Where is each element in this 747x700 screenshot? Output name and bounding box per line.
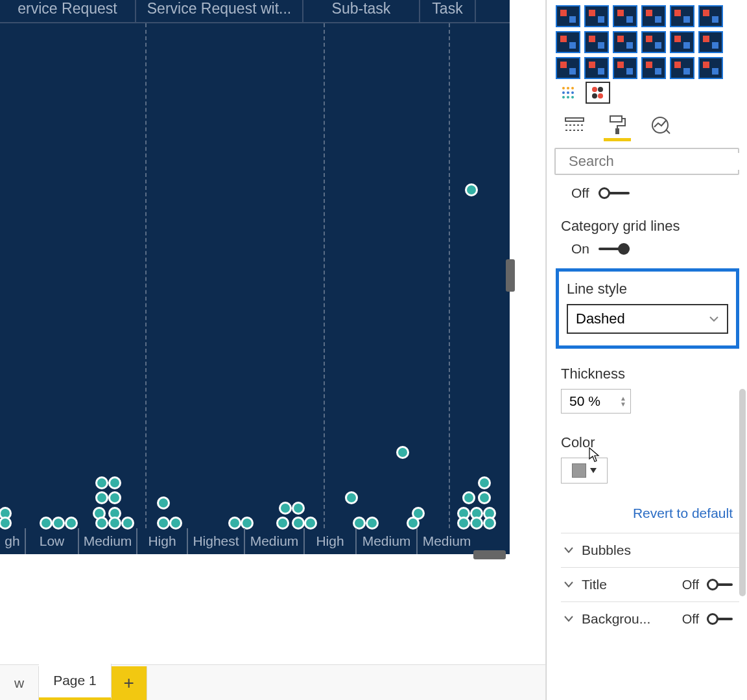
line-style-label: Line style: [567, 281, 728, 298]
viz-type-thumb[interactable]: [556, 57, 580, 79]
data-bubble[interactable]: [292, 502, 305, 515]
data-bubble[interactable]: [95, 476, 108, 489]
data-bubble[interactable]: [345, 491, 358, 504]
svg-rect-7: [610, 116, 622, 122]
panel-scrollbar[interactable]: [739, 389, 746, 596]
data-bubble[interactable]: [279, 502, 292, 515]
viz-type-thumb[interactable]: [641, 57, 666, 79]
analytics-tab[interactable]: [646, 114, 674, 141]
viz-type-thumb[interactable]: [613, 31, 637, 53]
chevron-down-icon: [563, 546, 574, 555]
report-canvas[interactable]: ervice RequestService Request wit...Sub-…: [0, 0, 546, 700]
svg-rect-8: [615, 128, 619, 134]
viz-type-thumb[interactable]: [584, 31, 609, 53]
viz-type-thumb[interactable]: [670, 57, 694, 79]
viz-type-thumb[interactable]: [698, 5, 723, 27]
search-input[interactable]: [569, 153, 747, 170]
resize-handle-right[interactable]: [506, 259, 515, 292]
paint-roller-icon: [608, 115, 626, 135]
section-background-state: Off: [682, 612, 699, 627]
section-background-label: Backgrou...: [582, 611, 650, 627]
section-background[interactable]: Backgrou... Off: [561, 601, 739, 636]
section-background-toggle[interactable]: [707, 612, 733, 625]
viz-gallery: [547, 0, 747, 80]
fields-icon: [565, 117, 584, 134]
svg-point-3: [598, 93, 603, 99]
svg-marker-13: [590, 468, 597, 473]
revert-to-default-link[interactable]: Revert to default: [561, 506, 733, 521]
section-title-state: Off: [682, 578, 699, 592]
viz-type-thumb[interactable]: [641, 31, 666, 53]
color-picker[interactable]: [561, 458, 608, 484]
axis-label: Low: [25, 528, 78, 554]
stepper-arrows-icon[interactable]: ▲▼: [620, 395, 626, 407]
column-header: Service Request wit...: [136, 0, 303, 22]
thickness-value: 50: [569, 393, 584, 409]
section-title[interactable]: Title Off: [561, 567, 739, 601]
data-bubble[interactable]: [465, 183, 478, 196]
page-tab-page1[interactable]: Page 1: [39, 664, 112, 700]
axis-label: gh: [0, 528, 25, 554]
viz-type-thumb[interactable]: [556, 31, 580, 53]
section-bubbles[interactable]: Bubbles: [561, 533, 739, 567]
prev-toggle[interactable]: [599, 187, 630, 200]
viz-type-heatmap[interactable]: [556, 82, 580, 104]
category-gridlines-label: Category grid lines: [561, 218, 739, 235]
data-bubble[interactable]: [478, 491, 491, 504]
svg-point-2: [592, 93, 597, 99]
section-bubbles-label: Bubbles: [582, 542, 631, 558]
add-page-button[interactable]: +: [112, 666, 147, 700]
svg-line-10: [666, 130, 670, 134]
svg-rect-4: [565, 118, 584, 121]
axis-label: Medium: [416, 528, 476, 554]
data-bubble[interactable]: [157, 496, 170, 509]
line-style-dropdown[interactable]: Dashed: [567, 304, 728, 334]
thickness-suffix: %: [588, 393, 600, 409]
viz-type-thumb[interactable]: [613, 57, 637, 79]
viz-type-thumb[interactable]: [670, 31, 694, 53]
column-header: Sub-task: [303, 0, 420, 22]
visualizations-panel: Off Category grid lines On Line style Da…: [546, 0, 747, 700]
format-search[interactable]: [554, 148, 739, 175]
section-title-toggle[interactable]: [707, 578, 733, 591]
category-gridline: [324, 23, 325, 528]
line-style-value: Dashed: [576, 310, 625, 327]
section-title-label: Title: [582, 577, 607, 592]
thickness-stepper[interactable]: 50 % ▲▼: [561, 389, 631, 414]
viz-type-thumb[interactable]: [698, 57, 723, 79]
column-header: ervice Request: [0, 0, 136, 22]
caret-down-icon: [590, 468, 597, 473]
data-bubble[interactable]: [478, 476, 491, 489]
line-style-highlight: Line style Dashed: [556, 268, 739, 349]
viz-type-thumb[interactable]: [584, 5, 609, 27]
format-tab[interactable]: [604, 114, 631, 141]
axis-label: Medium: [244, 528, 303, 554]
color-label: Color: [561, 434, 739, 451]
viz-type-dotplot[interactable]: [586, 82, 610, 104]
data-bubble[interactable]: [108, 491, 121, 504]
viz-type-thumb[interactable]: [613, 5, 637, 27]
data-bubble[interactable]: [108, 476, 121, 489]
category-gridline: [145, 23, 147, 528]
analytics-icon: [650, 115, 670, 135]
category-gridlines-toggle[interactable]: [599, 242, 630, 255]
viz-type-thumb[interactable]: [641, 5, 666, 27]
axis-label: High: [303, 528, 355, 554]
resize-handle-bottom[interactable]: [473, 550, 506, 559]
axis-label: High: [136, 528, 187, 554]
prev-toggle-label: Off: [571, 185, 589, 201]
viz-type-thumb[interactable]: [698, 31, 723, 53]
dot-plot-visual[interactable]: ervice RequestService Request wit...Sub-…: [0, 0, 510, 554]
data-bubble[interactable]: [396, 446, 409, 459]
page-tabs-bar: w Page 1 +: [0, 664, 545, 700]
viz-type-thumb[interactable]: [584, 57, 609, 79]
page-tab-prev[interactable]: w: [0, 666, 39, 700]
data-bubble[interactable]: [462, 491, 475, 504]
chevron-down-icon: [563, 580, 574, 589]
svg-point-1: [598, 87, 603, 92]
data-bubble[interactable]: [95, 491, 108, 504]
viz-type-thumb[interactable]: [556, 5, 580, 27]
viz-type-thumb[interactable]: [670, 5, 694, 27]
fields-tab[interactable]: [561, 114, 588, 141]
svg-point-0: [592, 87, 597, 92]
